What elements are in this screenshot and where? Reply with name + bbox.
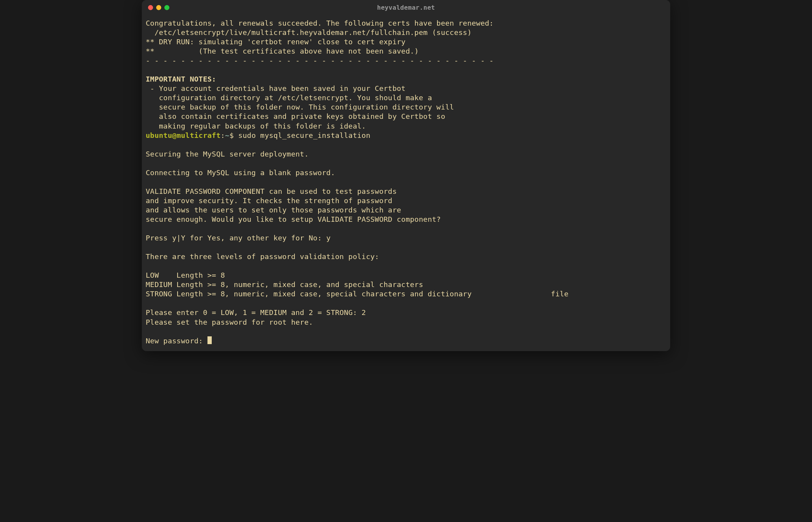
output-line: secure enough. Would you like to setup V… <box>146 215 441 223</box>
output-line: and improve security. It checks the stre… <box>146 197 392 205</box>
output-line: ** DRY RUN: simulating 'certbot renew' c… <box>146 38 406 46</box>
password-prompt: New password: <box>146 337 207 345</box>
prompt-at: @ <box>172 131 176 139</box>
terminal-body[interactable]: Congratulations, all renewals succeeded.… <box>142 15 670 351</box>
output-line: Press y|Y for Yes, any other key for No:… <box>146 234 331 242</box>
output-line: configuration directory at /etc/letsencr… <box>146 94 432 102</box>
prompt-host: multicraft <box>176 131 220 139</box>
output-line: /etc/letsencrypt/live/multicraft.heyvald… <box>146 28 472 37</box>
output-line: - - - - - - - - - - - - - - - - - - - - … <box>146 56 494 64</box>
cursor-icon <box>207 336 212 344</box>
output-line: Securing the MySQL server deployment. <box>146 150 309 158</box>
terminal-window: heyvaldemar.net Congratulations, all ren… <box>142 0 670 351</box>
important-notes-header: IMPORTANT NOTES: <box>146 75 216 83</box>
output-line: - Your account credentials have been sav… <box>146 84 406 92</box>
command-text: sudo mysql_secure_installation <box>238 131 370 139</box>
output-line: ** (The test certificates above have not… <box>146 47 419 55</box>
output-line: VALIDATE PASSWORD COMPONENT can be used … <box>146 187 397 195</box>
traffic-lights <box>148 5 169 10</box>
output-line: also contain certificates and private ke… <box>146 112 445 120</box>
output-line: There are three levels of password valid… <box>146 252 379 261</box>
output-line: and allows the users to set only those p… <box>146 206 401 214</box>
output-line: secure backup of this folder now. This c… <box>146 103 454 111</box>
output-line: MEDIUM Length >= 8, numeric, mixed case,… <box>146 280 423 289</box>
prompt-dollar: $ <box>229 131 238 139</box>
output-line: STRONG Length >= 8, numeric, mixed case,… <box>146 290 568 298</box>
output-line: Please enter 0 = LOW, 1 = MEDIUM and 2 =… <box>146 308 366 317</box>
maximize-icon[interactable] <box>164 5 169 10</box>
output-line: Congratulations, all renewals succeeded.… <box>146 19 494 27</box>
window-title: heyvaldemar.net <box>377 4 435 11</box>
output-line: LOW Length >= 8 <box>146 271 225 279</box>
output-line: Connecting to MySQL using a blank passwo… <box>146 169 335 177</box>
minimize-icon[interactable] <box>156 5 161 10</box>
prompt-user: ubuntu <box>146 131 172 139</box>
output-line: Please set the password for root here. <box>146 318 313 326</box>
output-line: making regular backups of this folder is… <box>146 122 366 130</box>
prompt-path: ~ <box>225 131 229 139</box>
prompt-colon: : <box>221 131 225 139</box>
close-icon[interactable] <box>148 5 153 10</box>
titlebar: heyvaldemar.net <box>142 0 670 15</box>
